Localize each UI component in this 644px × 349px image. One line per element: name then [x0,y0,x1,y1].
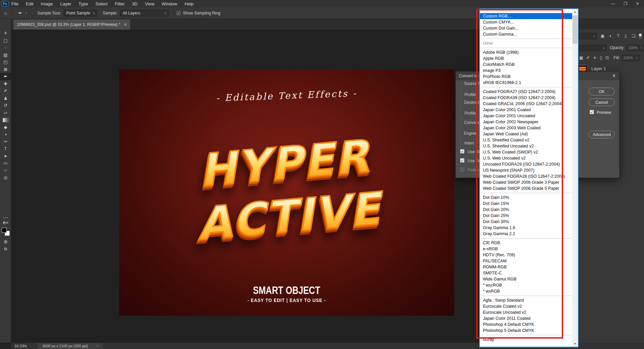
document-tab[interactable]: 10966923_358.psd @ 33.3% (Layer 1, RGB/8… [13,19,130,30]
pen-tool[interactable]: ✑ [0,138,11,145]
preview-checkbox[interactable]: ✓ [590,110,594,114]
document-info[interactable]: 3000 px x 2100 px (300 ppi) › [38,343,103,349]
profile-option[interactable]: SMPTE-C [480,270,572,276]
filter-adjustment-layers-icon[interactable]: ◐ [609,34,612,38]
opacity-chevron-icon[interactable]: ∨ [639,45,644,51]
profile-option[interactable]: Japan Color 2011 Coated [480,315,572,321]
profile-option[interactable]: e-sRGB [480,246,572,252]
object-selection-tool[interactable]: ▧ [0,51,11,59]
sample-size-select[interactable]: Point Sample [64,10,97,16]
profile-option[interactable]: Web Coated SWOP 2006 Grade 3 Paper [480,179,572,185]
profile-option[interactable]: Apple RGB [480,55,572,61]
profile-option[interactable]: Coated FOGRA39 (ISO 12647-2:2004) [480,95,572,101]
profile-option[interactable]: Dot Gain 15% [480,201,572,207]
foreground-color-swatch[interactable] [2,228,7,233]
restore-icon[interactable]: ❐ [624,1,627,6]
history-brush-tool[interactable]: ↺ [0,102,11,109]
filter-type-select[interactable] [578,33,597,39]
eraser-tool[interactable]: ▱ [0,109,11,117]
lock-position-icon[interactable]: ✛ [593,55,596,60]
profile-option[interactable]: Gray Gamma 1.8 [480,225,572,231]
profile-option[interactable]: Dot Gain 10% [480,194,572,201]
profile-option[interactable]: Euroscale Uncoated v2 [480,309,572,315]
menu-item[interactable]: Filter [115,1,125,6]
profile-option[interactable]: Photoshop 5 Default CMYK [480,328,572,334]
profile-option[interactable]: ProPhoto RGB [480,74,572,80]
tab-close-icon[interactable]: ✕ [123,22,127,27]
profile-option[interactable]: Japan Color 2001 Coated [480,107,572,113]
cancel-button[interactable]: Cancel [589,98,615,106]
swap-colors-icon[interactable]: ◩⇄ [1,221,11,224]
zoom-level[interactable]: 33.33% [14,344,33,348]
fill-chevron-icon[interactable]: ∨ [634,55,640,61]
menu-item[interactable]: Type [79,1,88,6]
brush-tool[interactable]: ✐ [0,87,11,95]
healing-brush-tool[interactable]: ✚ [0,80,11,88]
more-tools-icon[interactable]: ⋯ [0,214,11,221]
scroll-down-icon[interactable]: ▼ [572,341,578,347]
profile-option[interactable]: Coated GRACoL 2006 (ISO 12647-2:2004) [480,101,572,107]
menu-item[interactable]: File [11,1,18,6]
marquee-tool[interactable]: ▢ [0,37,11,44]
filter-pixel-layers-icon[interactable]: ▣ [601,34,604,38]
filter-toggle[interactable] [639,33,642,39]
menu-item[interactable]: View [145,1,154,6]
profile-option[interactable]: Euroscale Coated v2 [480,303,572,309]
menu-item[interactable]: 3D [132,1,138,6]
profile-option[interactable]: sRGB IEC61966-2.1 [480,80,572,86]
lock-artboard-icon[interactable]: ▯ [600,55,602,60]
menu-item[interactable]: Window [162,1,177,6]
dropdown-scrollbar[interactable]: ▲ ▼ [572,9,578,347]
profile-option[interactable]: * wscRGB [480,282,572,288]
opacity-value[interactable]: 100% [626,45,639,51]
type-tool[interactable]: T [0,145,11,152]
dialog-close-icon[interactable]: ✕ [612,73,616,78]
profile-option[interactable]: PAL/SECAM [480,258,572,264]
tool-preset-chevron-icon[interactable]: ∨ [25,11,27,14]
profile-option[interactable]: Custom Gamma... [480,31,572,37]
close-icon[interactable]: ✕ [636,1,639,6]
profile-option[interactable]: Wide Gamut RGB [480,276,572,282]
profile-option[interactable]: Web Coated SWOP 2006 Grade 5 Paper [480,185,572,191]
profile-option[interactable]: Agfa : Swop Standard [480,297,572,303]
status-chevron-icon[interactable]: › [97,344,98,348]
profile-option[interactable]: Japan Color 2001 Uncoated [480,113,572,119]
lock-image-icon[interactable]: ✐ [586,55,590,60]
flatten-image-checkbox[interactable] [460,167,464,172]
move-tool[interactable]: ✛ [0,30,11,37]
profile-option[interactable]: Coated FOGRA27 (ISO 12647-2:2004) [480,89,572,95]
lasso-tool[interactable]: ◌ [0,44,11,51]
fill-value[interactable]: 100% [622,55,634,61]
filter-type-layers-icon[interactable]: T [617,34,620,38]
show-sampling-ring-checkbox[interactable]: ✓ [177,11,181,15]
hand-tool[interactable]: ☞ [0,167,11,174]
lock-transparent-icon[interactable]: ▦ [579,55,583,60]
layer-name[interactable]: Layer 1 [591,66,606,71]
profile-option[interactable]: U.S. Sheetfed Coated v2 [480,137,572,143]
eyedropper-tool-icon[interactable]: ✒ [18,10,22,16]
profile-option[interactable]: Japan Color 2003 Web Coated [480,125,572,131]
rectangle-tool[interactable]: ▭ [0,160,11,167]
menu-item[interactable]: Select [95,1,107,6]
profile-option[interactable]: sGray [480,337,572,343]
blend-mode-select[interactable] [577,45,606,51]
profile-option[interactable]: Japan Color 2002 Newspaper [480,119,572,125]
profile-option[interactable]: image P3 [480,68,572,74]
path-selection-tool[interactable]: ➤ [0,152,11,160]
ok-button[interactable]: OK [589,88,615,95]
profile-option[interactable]: HDTV (Rec. 709) [480,252,572,258]
profile-option[interactable]: Custom CMYK... [480,19,572,25]
profile-option[interactable]: CIE RGB [480,240,572,246]
profile-option[interactable]: Photoshop 4 Default CMYK [480,321,572,328]
profile-option[interactable]: Uncoated FOGRA29 (ISO 12647-2:2004) [480,161,572,167]
use-dither-checkbox[interactable]: ✓ [460,158,464,163]
quick-mask-icon[interactable]: ◍ [0,239,11,244]
profile-option[interactable]: Custom Dot Gain... [480,25,572,31]
profile-option[interactable]: Adobe RGB (1998) [480,49,572,55]
profile-option[interactable]: U.S. Sheetfed Uncoated v2 [480,143,572,149]
profile-option[interactable]: Web Coated FOGRA28 (ISO 12647-2:2004) [480,173,572,179]
lock-all-icon[interactable]: ⊡ [605,55,609,60]
gradient-tool[interactable] [0,116,11,124]
profile-option[interactable]: Custom RGB... [480,13,572,19]
menu-item[interactable]: Edit [26,1,33,6]
